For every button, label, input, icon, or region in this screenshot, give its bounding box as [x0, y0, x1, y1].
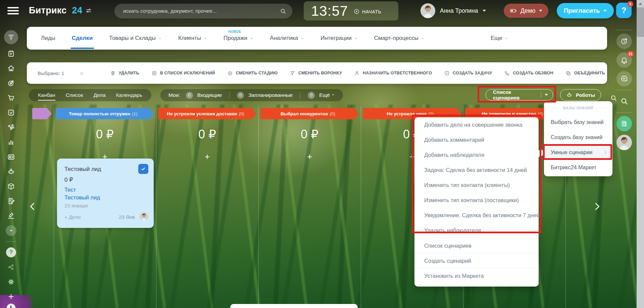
sidebar-sales-cart-icon[interactable]	[0, 90, 22, 105]
right-rail-notifications-icon[interactable]: 31	[616, 52, 632, 68]
divider	[616, 30, 632, 30]
menu-item-8[interactable]: Удалить наблюдателя	[414, 223, 539, 238]
menu-item-5[interactable]: Изменить тип контакта (клиенты)	[414, 178, 539, 193]
nav-item-1[interactable]: Лиды	[41, 35, 55, 42]
menu-item-9[interactable]: Список сценариев	[414, 238, 539, 253]
toolbar-action-в-список-исключений[interactable]: В СПИСОК ИСКЛЮЧЕНИЙ	[151, 70, 215, 76]
sidebar-automation-robot-icon[interactable]	[0, 164, 22, 179]
toolbar-action-удалить[interactable]: УДАЛИТЬ	[110, 70, 139, 76]
right-rail-user-avatar[interactable]	[616, 135, 632, 150]
user-menu[interactable]: Анна Тропина	[420, 3, 486, 18]
column-header[interactable]: Не устроили условия доставки(0)	[158, 108, 256, 119]
bitrix24-logo[interactable]: Битрикс24	[29, 5, 92, 16]
scrollbar-thumb[interactable]	[637, 7, 644, 37]
kb-menu-item-3[interactable]: Умные сценарии	[544, 145, 612, 160]
task-icon	[444, 70, 450, 76]
filter-3[interactable]: Ещё	[319, 92, 335, 98]
column-sum: 0 ₽	[260, 127, 359, 141]
deal-checkbox[interactable]	[138, 164, 148, 174]
kanban-scroll-right-icon[interactable]	[591, 200, 603, 212]
kb-menu-item-4[interactable]: Битрикс24.Маркет	[544, 160, 612, 175]
sidebar-sign-icon[interactable]	[0, 208, 22, 223]
add-deal-button[interactable]: +	[158, 151, 256, 162]
deal-card[interactable]: Тестовый лид 0 ₽ Тест Тестовый лид 23 ян…	[57, 159, 154, 228]
nav-item-5[interactable]: НОВОЕПродажи	[224, 35, 253, 42]
add-activity-link[interactable]: + Дело	[64, 214, 81, 220]
sidebar-tasks-icon[interactable]	[0, 105, 22, 120]
toolbar-action-создать-обзвон[interactable]: СОЗДАТЬ ОБЗВОН	[504, 70, 553, 76]
demo-plan-button[interactable]: Демо	[504, 4, 548, 18]
column-header[interactable]: Выбрал конкурентов(0)	[260, 108, 359, 119]
toolbar-action-сменить-воронку[interactable]: СМЕНИТЬ ВОРОНКУ	[290, 70, 342, 76]
nav-item-9[interactable]: Еще	[491, 35, 508, 42]
sidebar-share-icon[interactable]	[0, 260, 22, 274]
sidebar-marketing-icon[interactable]	[0, 76, 22, 90]
nav-item-2[interactable]: Сделки	[72, 35, 93, 42]
nav-item-8[interactable]: Смарт-процессы	[374, 35, 425, 42]
nav-item-4[interactable]: Клиенты	[178, 35, 207, 42]
view-tab-1[interactable]: Канбан	[38, 92, 55, 98]
search-input[interactable]	[122, 8, 280, 14]
user-avatar[interactable]	[420, 3, 435, 18]
menu-item-4[interactable]: Задача: Сделка без активности 14 дней	[414, 163, 539, 178]
right-rail-history-icon[interactable]	[616, 34, 632, 49]
menu-item-10[interactable]: Создать сценарий	[414, 253, 539, 268]
sidebar-collapse-icon[interactable]	[0, 223, 22, 238]
clear-selection-icon[interactable]: ×	[80, 70, 84, 77]
right-rail-search-icon[interactable]	[616, 94, 632, 109]
menu-item-6[interactable]: Изменить тип контакта (поставщики)	[414, 193, 539, 208]
assignee-avatar[interactable]	[140, 212, 148, 221]
scenarios-list-button[interactable]: Список сценариев	[486, 89, 553, 101]
right-rail-knowledge-base-icon[interactable]	[616, 116, 632, 131]
add-deal-button[interactable]: +	[260, 151, 359, 162]
sidebar-company-icon[interactable]	[0, 61, 22, 76]
menu-item-1[interactable]: Добавить дело на совершение звонка	[414, 117, 539, 132]
hamburger-menu-icon[interactable]	[7, 7, 19, 15]
kb-menu-item-2[interactable]: Создать базу знаний	[544, 130, 612, 145]
scroll-up-arrow-icon[interactable]	[639, 3, 642, 5]
view-tab-3[interactable]: Дела	[94, 92, 106, 98]
help-button[interactable]: ? 9	[616, 3, 632, 18]
menu-item-7[interactable]: Уведомление: Сделка без активности 7 дне…	[414, 208, 539, 223]
sidebar-contacts-icon[interactable]	[0, 149, 22, 164]
sidebar-add-icon[interactable]	[0, 289, 22, 304]
menu-item-3[interactable]: Добавить наблюдателя	[414, 147, 539, 163]
kb-menu-item-1[interactable]: Выбрать базу знаний	[544, 115, 612, 130]
menu-item-11[interactable]: Установить из Маркета	[414, 268, 539, 283]
filter-1[interactable]: Входящие	[197, 92, 222, 98]
sidebar-documents-icon[interactable]	[0, 194, 22, 208]
logo-settings-icon[interactable]	[85, 7, 92, 14]
sidebar-crm-funnel-icon[interactable]	[0, 28, 22, 46]
kanban-scroll-left-icon[interactable]	[26, 200, 38, 212]
sidebar-inventory-icon[interactable]	[0, 179, 22, 194]
right-rail-messenger-icon[interactable]	[616, 71, 632, 86]
toolbar-action-сменить-стадию[interactable]: СМЕНИТЬ СТАДИЮ	[227, 70, 278, 76]
deal-contact-link[interactable]: Тест	[64, 187, 76, 193]
sidebar-planner-icon[interactable]	[0, 46, 22, 61]
sidebar-settings-icon[interactable]	[0, 274, 22, 289]
sidebar-help-icon[interactable]: ?	[0, 245, 22, 260]
global-search[interactable]	[114, 4, 292, 18]
page-scrollbar[interactable]	[637, 0, 644, 308]
nav-item-3[interactable]: Товары и Склады	[109, 35, 162, 42]
robots-button[interactable]: Роботы	[560, 89, 601, 101]
column-header[interactable]: Товар полностью отгружен(1)	[56, 108, 154, 119]
toolbar-action-создать-задачу[interactable]: СОЗДАТЬ ЗАДАЧУ	[444, 70, 492, 76]
sidebar-analytics-icon[interactable]	[0, 135, 22, 149]
deal-company-link[interactable]: Тестовый лид	[64, 194, 100, 201]
view-tab-2[interactable]: Список	[66, 92, 83, 98]
settings-icon	[7, 278, 15, 286]
sidebar-processes-icon[interactable]	[0, 120, 22, 135]
menu-item-2[interactable]: Добавить комментарий	[414, 132, 539, 147]
work-timer[interactable]: 13:57 НАЧАТЬ	[304, 1, 398, 20]
toolbar-action-назначить-ответственного[interactable]: НАЗНАЧИТЬ ОТВЕТСТВЕННОГО	[354, 70, 432, 76]
nav-item-7[interactable]: Интеграции	[320, 35, 358, 42]
filter-2[interactable]: Запланированные	[248, 92, 293, 98]
tasks-icon	[7, 109, 15, 117]
toolbar-action-объединить[interactable]: ОБЪЕДИНИТЬ	[565, 70, 605, 76]
nav-item-6[interactable]: Аналитика	[270, 35, 304, 42]
view-tab-4[interactable]: Календарь	[116, 92, 142, 98]
timer-start-button[interactable]: НАЧАТЬ	[353, 8, 381, 15]
search-icon[interactable]	[280, 8, 286, 14]
invite-button[interactable]: Пригласить	[557, 3, 614, 18]
